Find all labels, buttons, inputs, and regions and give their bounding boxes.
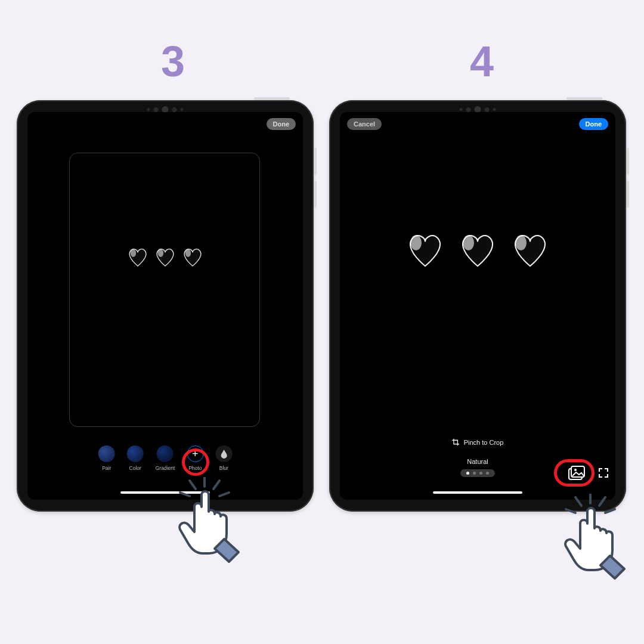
highlight-ring (182, 448, 209, 476)
hearts-wallpaper (405, 231, 550, 268)
done-button[interactable]: Done (579, 118, 609, 130)
power-button (254, 97, 290, 100)
cancel-button[interactable]: Cancel (347, 118, 382, 130)
tap-hand-icon (558, 494, 635, 577)
done-button[interactable]: Done (267, 118, 296, 130)
svg-point-1 (158, 249, 163, 257)
step-label-4: 4 (470, 37, 494, 86)
svg-line-11 (213, 481, 219, 489)
heart-icon (457, 231, 498, 268)
filter-name: Natural (467, 458, 488, 465)
tap-hand-icon (172, 477, 249, 561)
filter-pagination[interactable] (460, 469, 495, 477)
svg-line-9 (190, 481, 196, 489)
highlight-oval (554, 459, 595, 487)
svg-point-0 (131, 249, 136, 257)
heart-icon (510, 231, 550, 268)
crop-icon (452, 438, 460, 446)
option-blur[interactable]: Blur (215, 445, 232, 471)
volume-up (314, 148, 317, 175)
pinch-to-crop: Pinch to Crop (452, 438, 504, 446)
svg-line-14 (575, 497, 581, 506)
svg-point-3 (410, 235, 422, 250)
heart-icon (154, 247, 177, 267)
volume-up (626, 148, 629, 175)
heart-icon (181, 247, 204, 267)
svg-line-18 (605, 509, 615, 513)
svg-point-2 (185, 249, 191, 257)
step-label-3: 3 (161, 37, 185, 86)
volume-down (626, 181, 629, 208)
volume-down (314, 181, 317, 208)
screen-4: Cancel Done Pinch to Crop Natural (340, 112, 615, 500)
svg-point-5 (515, 235, 527, 250)
ipad-step-3: Done Pair Color (17, 100, 314, 512)
expand-icon[interactable] (597, 467, 609, 479)
option-gradient[interactable]: Gradient (156, 445, 175, 471)
screen-3: Done Pair Color (27, 112, 303, 500)
wallpaper-preview-frame (69, 153, 260, 427)
wallpaper-options: Pair Color Gradient + Photo Blur (98, 445, 233, 471)
svg-line-13 (219, 493, 229, 496)
option-pair[interactable]: Pair (98, 445, 115, 471)
svg-line-12 (180, 493, 190, 496)
heart-icon (126, 247, 149, 267)
drop-icon (215, 445, 232, 462)
power-button (566, 97, 602, 100)
ipad-step-4: Cancel Done Pinch to Crop Natural (329, 100, 626, 512)
heart-icon (405, 231, 445, 268)
svg-line-17 (566, 509, 575, 513)
hearts-preview (126, 247, 204, 267)
home-indicator[interactable] (433, 491, 522, 494)
svg-line-16 (599, 497, 605, 506)
option-color[interactable]: Color (127, 445, 144, 471)
svg-point-4 (463, 235, 474, 250)
